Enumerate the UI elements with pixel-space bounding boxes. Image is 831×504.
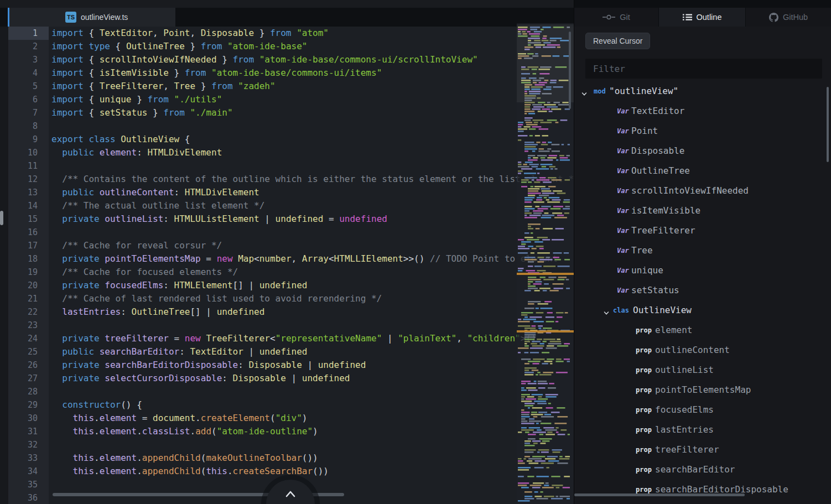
- outline-panel: Git Outline GitHub Reveal Cursor mod"out…: [574, 0, 831, 504]
- code-line[interactable]: lastEntries: OutlineTree[] | undefined: [51, 305, 264, 319]
- code-editor[interactable]: 1234567891011121314151617181920212223242…: [0, 27, 574, 504]
- line-number: 20: [8, 279, 49, 292]
- code-line[interactable]: import { TreeFilterer, Tree } from "zade…: [51, 80, 276, 93]
- outline-item-OutlineTree[interactable]: VarOutlineTree: [574, 161, 831, 181]
- outline-item-outlineContent[interactable]: propoutlineContent: [574, 340, 831, 360]
- outline-item-TextEditor[interactable]: VarTextEditor: [574, 101, 831, 121]
- tab-github[interactable]: GitHub: [746, 8, 831, 27]
- filter-input[interactable]: [585, 59, 822, 79]
- tab-github-label: GitHub: [783, 13, 808, 22]
- editor-vertical-scrollbar[interactable]: [569, 32, 571, 109]
- symbol-label: unique: [631, 264, 663, 277]
- outline-item-outlineView[interactable]: mod"outlineView": [574, 81, 831, 101]
- symbol-kind-badge: Var: [617, 245, 629, 256]
- line-number: 12: [8, 173, 49, 186]
- tab-git[interactable]: Git: [574, 8, 659, 27]
- code-line[interactable]: /** Contains the content of the outline …: [51, 173, 574, 186]
- symbol-kind-badge: prop: [636, 365, 652, 376]
- symbol-kind-badge: Var: [617, 165, 629, 176]
- minimap-visible-region[interactable]: [517, 24, 574, 102]
- code-line[interactable]: /** Cache for reveal corsur */: [51, 239, 222, 252]
- outline-item-OutlineView[interactable]: clasOutlineView: [574, 300, 831, 320]
- outline-item-focusedElms[interactable]: propfocusedElms: [574, 400, 831, 420]
- code-line[interactable]: private selectCursorDisposable: Disposab…: [51, 372, 350, 385]
- symbol-kind-badge: Var: [617, 205, 629, 216]
- symbol-label: searchBarEditor: [655, 464, 735, 476]
- line-number: 3: [8, 53, 49, 66]
- line-number: 9: [8, 133, 49, 146]
- code-line[interactable]: this.element.appendChild(makeOutlineTool…: [51, 451, 318, 465]
- code-line[interactable]: public outlineContent: HTMLDivElement: [51, 186, 259, 199]
- reveal-cursor-button[interactable]: Reveal Cursor: [585, 33, 650, 49]
- line-number: 21: [8, 292, 49, 305]
- line-number: 35: [8, 478, 49, 491]
- chevron-up-icon: [283, 487, 298, 501]
- line-number: 27: [8, 372, 49, 385]
- panel-horizontal-scrollbar[interactable]: [574, 493, 745, 496]
- symbol-label: outlineContent: [655, 344, 730, 356]
- outline-item-TreeFilterer[interactable]: VarTreeFilterer: [574, 221, 831, 241]
- outline-item-element[interactable]: propelement: [574, 320, 831, 340]
- outline-item-pointToElementsMap[interactable]: proppointToElementsMap: [574, 380, 831, 400]
- outline-item-scrollIntoViewIfNeeded[interactable]: VarscrollIntoViewIfNeeded: [574, 181, 831, 201]
- symbol-kind-badge: prop: [636, 345, 652, 356]
- outline-item-Point[interactable]: VarPoint: [574, 121, 831, 141]
- code-line[interactable]: private treeFilterer = new TreeFilterer<…: [51, 332, 537, 345]
- code-line[interactable]: import { unique } from "./utils": [51, 93, 222, 106]
- code-line[interactable]: this.element = document.createElement("d…: [51, 412, 307, 425]
- outline-item-Disposable[interactable]: VarDisposable: [574, 141, 831, 161]
- line-number: 19: [8, 266, 49, 279]
- symbol-label: Point: [631, 125, 658, 137]
- code-line[interactable]: /** The actual outline list element */: [51, 199, 264, 212]
- chevron-down-icon[interactable]: [604, 308, 609, 318]
- code-line[interactable]: constructor() {: [51, 398, 142, 412]
- symbol-kind-badge: Var: [617, 146, 629, 157]
- outline-item-isItemVisible[interactable]: VarisItemVisible: [574, 201, 831, 221]
- left-scrollbar-handle[interactable]: [0, 211, 3, 225]
- code-line[interactable]: /** Cache of last rendered list used to …: [51, 292, 382, 305]
- code-line[interactable]: import { setStatus } from "./main": [51, 106, 233, 119]
- code-area[interactable]: import { TextEditor, Point, Disposable }…: [51, 27, 574, 504]
- panel-tab-bar: Git Outline GitHub: [574, 8, 831, 27]
- code-line[interactable]: public searchBarEditor: TextEditor | und…: [51, 345, 307, 358]
- line-number: 2: [8, 40, 49, 53]
- symbol-kind-badge: Var: [617, 185, 629, 196]
- editor-topstrip: [0, 0, 574, 8]
- outline-item-treeFilterer[interactable]: proptreeFilterer: [574, 440, 831, 460]
- line-number: 5: [8, 80, 49, 93]
- symbol-label: lastEntries: [655, 424, 714, 436]
- symbol-label: element: [655, 324, 692, 336]
- outline-item-unique[interactable]: Varunique: [574, 261, 831, 280]
- code-line[interactable]: import { TextEditor, Point, Disposable }…: [51, 27, 329, 40]
- code-line[interactable]: this.element.appendChild(this.createSear…: [51, 465, 329, 478]
- active-tab-indicator: [8, 8, 9, 27]
- code-line[interactable]: import type { OutlineTree } from "atom-i…: [51, 40, 307, 53]
- outline-item-Tree[interactable]: VarTree: [574, 241, 831, 261]
- code-line[interactable]: private pointToElementsMap = new Map<num…: [51, 252, 558, 266]
- outline-item-setStatus[interactable]: VarsetStatus: [574, 280, 831, 300]
- code-line[interactable]: private searchBarEditorDisposable: Dispo…: [51, 358, 366, 372]
- code-line[interactable]: private outlineList: HTMLUListElement | …: [51, 212, 387, 226]
- chevron-down-icon[interactable]: [581, 89, 587, 99]
- outline-item-lastEntries[interactable]: proplastEntries: [574, 420, 831, 440]
- panel-vertical-scrollbar[interactable]: [827, 87, 829, 162]
- outline-item-searchBarEditorDisposable[interactable]: propsearchBarEditorDisposable: [574, 480, 831, 500]
- left-edge-strip: [0, 27, 8, 504]
- code-line[interactable]: /** Cache for focused elements */: [51, 266, 238, 279]
- minimap[interactable]: [517, 23, 574, 504]
- code-line[interactable]: import { scrollIntoViewIfNeeded } from "…: [51, 53, 478, 66]
- code-line[interactable]: export class OutlineView {: [51, 133, 190, 146]
- code-line[interactable]: this.element.classList.add("atom-ide-out…: [51, 425, 318, 438]
- symbol-kind-badge: Var: [617, 285, 629, 296]
- outline-tree: mod"outlineView"VarTextEditorVarPointVar…: [574, 81, 831, 500]
- outline-item-searchBarEditor[interactable]: propsearchBarEditor: [574, 460, 831, 480]
- symbol-label: Tree: [631, 245, 653, 257]
- tab-outline[interactable]: Outline: [659, 8, 746, 27]
- symbol-kind-badge: clas: [613, 305, 629, 316]
- outline-item-outlineList[interactable]: propoutlineList: [574, 360, 831, 380]
- code-line[interactable]: private focusedElms: HTMLElement[] | und…: [51, 279, 307, 292]
- file-tab-outlineview[interactable]: TS outlineView.ts: [8, 8, 175, 27]
- code-line[interactable]: import { isItemVisible } from "atom-ide-…: [51, 66, 382, 80]
- code-line[interactable]: public element: HTMLDivElement: [51, 146, 222, 159]
- symbol-label: OutlineTree: [631, 165, 690, 177]
